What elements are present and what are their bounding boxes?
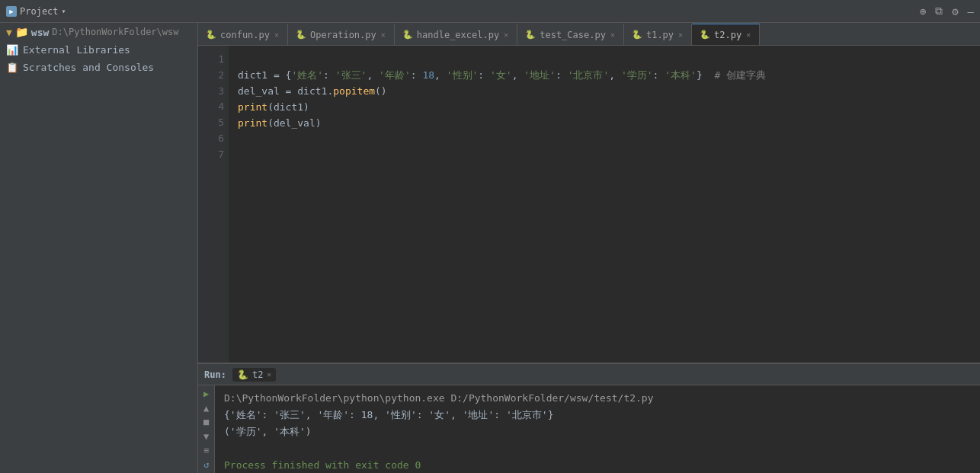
console-line-4 [224, 440, 971, 457]
tab-close-t1[interactable]: ✕ [677, 30, 684, 39]
bottom-panel: Run: 🐍 t2 ✕ ▶ ▲ ■ ▼ ≡ ↺ D:\PythonWorkFol [198, 363, 980, 473]
py-icon-handle-excel: 🐍 [402, 30, 413, 40]
run-label: Run: [204, 369, 226, 380]
title-bar-left: ▶ Project ▾ [6, 6, 66, 17]
code-line-4: print ( dict1 ) [238, 100, 980, 116]
split-icon[interactable]: ⧉ [935, 5, 943, 18]
stop-button[interactable]: ■ [200, 417, 213, 428]
tab-close-confun[interactable]: ✕ [274, 30, 280, 39]
tab-label-confun: confun.py [220, 30, 270, 40]
console-line-3: ('学历', '本科') [224, 423, 971, 440]
code-line-3: del_val = dict1 . popitem () [238, 84, 980, 100]
sidebar: ▼ 📁 wsw D:\PythonWorkFolder\wsw 📊 Extern… [0, 23, 198, 473]
code-line-6 [238, 132, 980, 148]
console-line-5: Process finished with exit code 0 [224, 457, 971, 473]
tab-label-operation: Operation.py [310, 30, 376, 40]
code-line-5: print ( del_val ) [238, 116, 980, 132]
scroll-down-button[interactable]: ▼ [200, 431, 213, 443]
tab-close-test-case[interactable]: ✕ [610, 30, 616, 39]
wsw-path: D:\PythonWorkFolder\wsw [52, 27, 178, 37]
py-icon-t1: 🐍 [632, 30, 642, 40]
bottom-content: ▶ ▲ ■ ▼ ≡ ↺ D:\PythonWorkFolder\python\p… [198, 385, 980, 473]
tab-t2[interactable]: 🐍 t2.py ✕ [692, 24, 760, 45]
scroll-up-button[interactable]: ▲ [200, 403, 213, 414]
tab-close-t2[interactable]: ✕ [745, 30, 751, 39]
external-lib-icon: 📊 [6, 44, 18, 56]
tab-handle-excel[interactable]: 🐍 handle_excel.py ✕ [395, 24, 517, 45]
scratches-label: Scratches and Consoles [23, 62, 154, 73]
console-line-1: D:\PythonWorkFolder\python\python.exe D:… [224, 390, 971, 407]
tab-close-handle-excel[interactable]: ✕ [503, 30, 509, 39]
folder-icon: 📁 [15, 26, 28, 38]
wsw-row[interactable]: ▼ 📁 wsw D:\PythonWorkFolder\wsw [0, 23, 197, 41]
code-editor[interactable]: dict1 = { '姓名' : '张三' , '年龄' : 18 , '性别'… [229, 46, 980, 363]
rerun-button[interactable]: ↺ [200, 459, 213, 471]
editor-area: 🐍 confun.py ✕ 🐍 Operation.py ✕ 🐍 handle_… [198, 23, 980, 473]
pin-button[interactable]: ≡ [200, 445, 213, 456]
wsw-name: wsw [31, 27, 49, 38]
console-output: D:\PythonWorkFolder\python\python.exe D:… [215, 385, 980, 473]
tab-label-t2: t2.py [714, 30, 741, 40]
py-icon-operation: 🐍 [296, 30, 306, 40]
external-libraries-label: External Libraries [23, 44, 130, 56]
title-bar: ▶ Project ▾ ⊕ ⧉ ⚙ — [0, 0, 980, 23]
tab-t1[interactable]: 🐍 t1.py ✕ [624, 24, 692, 45]
title-bar-title: Project [20, 6, 59, 17]
py-icon-confun: 🐍 [206, 30, 216, 40]
tab-bar: 🐍 confun.py ✕ 🐍 Operation.py ✕ 🐍 handle_… [198, 23, 980, 46]
title-bar-actions: ⊕ ⧉ ⚙ — [920, 5, 974, 18]
editor-content[interactable]: 1 2 3 4 5 6 7 dict1 = { '姓名' : '张三' , [198, 46, 980, 363]
scratches-icon: 📋 [6, 62, 18, 73]
run-tab-t2[interactable]: 🐍 t2 ✕ [232, 368, 276, 382]
tab-operation[interactable]: 🐍 Operation.py ✕ [288, 24, 395, 45]
run-tab-icon: 🐍 [237, 369, 248, 380]
run-tab-close[interactable]: ✕ [267, 370, 271, 379]
settings-icon[interactable]: ⚙ [952, 5, 958, 18]
tab-label-handle-excel: handle_excel.py [417, 30, 499, 40]
sidebar-item-external-libraries[interactable]: 📊 External Libraries [0, 41, 197, 59]
tab-test-case[interactable]: 🐍 test_Case.py ✕ [517, 24, 624, 45]
py-icon-test-case: 🐍 [525, 30, 536, 40]
py-icon-t2: 🐍 [700, 30, 710, 40]
run-tab-bar: Run: 🐍 t2 ✕ [198, 364, 980, 385]
tab-close-operation[interactable]: ✕ [380, 30, 386, 39]
navigate-icon[interactable]: ⊕ [920, 5, 926, 18]
code-line-2: dict1 = { '姓名' : '张三' , '年龄' : 18 , '性别'… [238, 68, 980, 84]
tab-label-t1: t1.py [646, 30, 674, 40]
run-tab-name: t2 [252, 369, 263, 380]
main-container: ▼ 📁 wsw D:\PythonWorkFolder\wsw 📊 Extern… [0, 23, 980, 473]
code-line-1 [238, 52, 980, 68]
folder-open-icon: ▼ [6, 27, 12, 38]
project-icon: ▶ [6, 6, 17, 17]
play-button[interactable]: ▶ [200, 388, 213, 400]
minimize-icon[interactable]: — [968, 5, 974, 18]
project-dropdown-arrow[interactable]: ▾ [62, 7, 66, 15]
tab-confun[interactable]: 🐍 confun.py ✕ [198, 24, 288, 45]
run-toolbar: ▶ ▲ ■ ▼ ≡ ↺ [198, 385, 215, 473]
tab-label-test-case: test_Case.py [540, 30, 606, 40]
sidebar-item-scratches[interactable]: 📋 Scratches and Consoles [0, 59, 197, 76]
line-numbers: 1 2 3 4 5 6 7 [198, 46, 229, 363]
console-line-2: {'姓名': '张三', '年龄': 18, '性别': '女', '地址': … [224, 407, 971, 423]
code-line-7 [238, 148, 980, 164]
